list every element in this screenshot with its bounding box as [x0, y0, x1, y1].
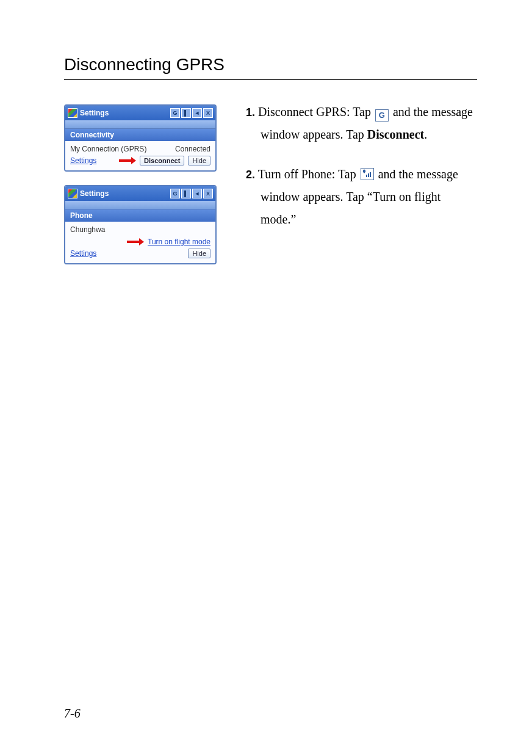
start-flag-icon[interactable]	[68, 189, 77, 198]
system-tray: G ▌ ◄ X	[170, 108, 213, 118]
connection-name: My Connection (GPRS)	[70, 145, 146, 153]
titlebar: Settings G ▌ ◄ X	[65, 106, 215, 120]
step-text: .	[424, 128, 427, 141]
hide-button[interactable]: Hide	[188, 156, 210, 165]
heading-rule	[64, 79, 477, 80]
subbar	[65, 120, 215, 129]
svg-rect-1	[368, 173, 369, 177]
titlebar-title: Settings	[80, 189, 168, 198]
red-arrow-icon	[127, 239, 144, 244]
system-tray: G ▌ ◄ X	[170, 189, 213, 198]
red-arrow-icon	[119, 158, 136, 163]
svg-rect-0	[366, 175, 367, 177]
instructions-column: 1. Disconnect GPRS: Tap G and the messag…	[246, 101, 477, 248]
start-flag-icon[interactable]	[68, 108, 77, 118]
section-header: Connectivity	[65, 129, 215, 141]
connectivity-popup: Settings G ▌ ◄ X Connectivity My Connect…	[64, 104, 217, 172]
disconnect-button[interactable]: Disconnect	[140, 156, 184, 165]
step-number: 1.	[246, 106, 255, 118]
carrier-name: Chunghwa	[70, 225, 210, 234]
panel-body: Chunghwa Turn on flight mode Settings Hi…	[65, 222, 215, 263]
close-icon[interactable]: X	[203, 108, 213, 118]
phone-popup: Settings G ▌ ◄ X Phone Chunghwa Turn on …	[64, 185, 217, 264]
step-number: 2.	[246, 169, 255, 181]
step-text: Disconnect GPRS: Tap	[255, 105, 374, 118]
volume-icon[interactable]: ◄	[192, 108, 202, 118]
signal-antenna-icon	[361, 168, 374, 180]
step-1: 1. Disconnect GPRS: Tap G and the messag…	[246, 101, 477, 146]
flight-mode-link[interactable]: Turn on flight mode	[148, 238, 210, 246]
signal-icon[interactable]: ▌	[181, 189, 191, 198]
hide-button[interactable]: Hide	[188, 249, 210, 258]
subbar	[65, 201, 215, 209]
step-bold: Disconnect	[367, 128, 424, 141]
titlebar: Settings G ▌ ◄ X	[65, 186, 215, 201]
gprs-icon[interactable]: G	[170, 189, 180, 198]
step-2: 2. Turn off Phone: Tap and the message w…	[246, 163, 477, 231]
volume-icon[interactable]: ◄	[192, 189, 202, 198]
page-number: 7-6	[64, 707, 81, 721]
signal-icon[interactable]: ▌	[181, 108, 191, 118]
page-heading: Disconnecting GPRS	[64, 55, 477, 75]
titlebar-title: Settings	[80, 109, 168, 117]
step-text: Turn off Phone: Tap	[255, 167, 359, 181]
section-header: Phone	[65, 209, 215, 222]
panel-body: My Connection (GPRS) Connected Settings …	[65, 141, 215, 170]
settings-link[interactable]: Settings	[70, 249, 96, 258]
gprs-g-icon: G	[375, 109, 389, 122]
screenshots-column: Settings G ▌ ◄ X Connectivity My Connect…	[64, 101, 217, 264]
settings-link[interactable]: Settings	[70, 156, 96, 165]
svg-rect-2	[370, 172, 371, 177]
gprs-icon[interactable]: G	[170, 108, 180, 118]
close-icon[interactable]: X	[203, 189, 213, 198]
connection-status: Connected	[175, 145, 210, 153]
